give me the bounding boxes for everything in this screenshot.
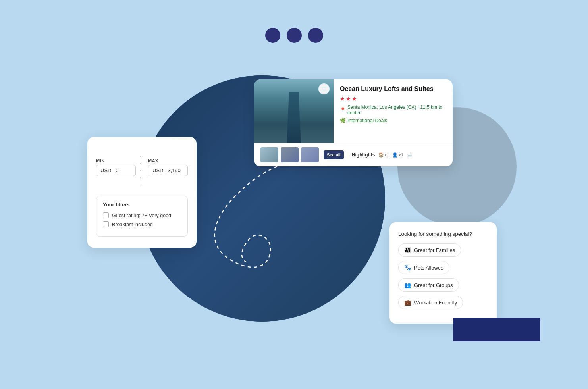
max-label: MAX: [148, 158, 188, 163]
max-price-input[interactable]: USD 3,190: [148, 165, 188, 176]
hotel-card-bottom: See all Highlights 🏠 x1 👤 x1 🛁: [254, 143, 453, 166]
dot-1: [265, 28, 280, 43]
great-for-groups-button[interactable]: 👥 Great for Groups: [398, 278, 459, 292]
price-filter-card: MIN USD 0 · · · · · MAX USD 3,190 Your f…: [87, 137, 197, 248]
workation-friendly-label: Workation Friendly: [414, 300, 457, 306]
location-pin-icon: 📍: [340, 107, 346, 113]
highlights-label: Highlights: [352, 152, 375, 158]
building-icon: 🏠 x1: [378, 152, 389, 158]
families-icon: 👨‍👩‍👧: [404, 247, 411, 253]
star-2: ★: [346, 96, 351, 102]
hotel-location: 📍 Santa Monica, Los Angeles (CA) · 11.5 …: [340, 104, 446, 116]
hotel-name: Ocean Luxury Lofts and Suites: [340, 85, 446, 93]
your-filters-box: Your filters Guest rating: 7+ Very good …: [96, 196, 188, 237]
star-3: ★: [352, 96, 357, 102]
hotel-card-top: ♡ Ocean Luxury Lofts and Suites ★ ★ ★ 📍 …: [254, 79, 453, 143]
thumbnail-3[interactable]: [301, 147, 319, 162]
star-1: ★: [340, 96, 345, 102]
workation-friendly-button[interactable]: 💼 Workation Friendly: [398, 296, 463, 309]
filter-breakfast[interactable]: Breakfast included: [103, 221, 181, 227]
filter-guest-rating[interactable]: Guest rating: 7+ Very good: [103, 212, 181, 218]
pets-allowed-button[interactable]: 🐾 Pets Allowed: [398, 261, 449, 274]
great-for-families-button[interactable]: 👨‍👩‍👧 Great for Families: [398, 243, 461, 257]
workation-icon: 💼: [404, 299, 411, 306]
amenity-extra-icon: 🛁: [407, 152, 412, 158]
favorite-icon[interactable]: ♡: [318, 83, 330, 94]
highlights-section: Highlights 🏠 x1 👤 x1 🛁: [352, 152, 412, 158]
hotel-deal-text: International Deals: [347, 118, 387, 123]
see-all-button[interactable]: See all: [324, 150, 344, 159]
pets-allowed-label: Pets Allowed: [414, 265, 443, 271]
groups-icon: 👥: [404, 282, 411, 288]
special-filters-card: Looking for something special? 👨‍👩‍👧 Gre…: [389, 222, 497, 324]
hotel-stars: ★ ★ ★: [340, 96, 446, 102]
min-label: MIN: [96, 158, 136, 163]
navy-accent-block: [453, 318, 540, 341]
min-price-input[interactable]: USD 0: [96, 165, 136, 176]
hotel-card[interactable]: ♡ Ocean Luxury Lofts and Suites ★ ★ ★ 📍 …: [254, 79, 453, 166]
max-price-col: MAX USD 3,190: [148, 158, 188, 176]
filters-title: Your filters: [103, 202, 181, 208]
price-separator: · · · · ·: [140, 153, 144, 189]
pets-icon: 🐾: [404, 264, 411, 271]
dot-3: [308, 28, 323, 43]
checkbox-breakfast[interactable]: [103, 221, 109, 227]
thumbnail-1[interactable]: [260, 147, 278, 162]
person-icon: 👤 x1: [392, 152, 403, 158]
price-inputs-row: MIN USD 0 · · · · · MAX USD 3,190: [96, 146, 188, 189]
thumbnail-2[interactable]: [281, 147, 299, 162]
checkbox-guest-rating[interactable]: [103, 212, 109, 218]
hotel-location-text: Santa Monica, Los Angeles (CA) · 11.5 km…: [347, 104, 446, 116]
top-dots: [265, 28, 323, 43]
special-title: Looking for something special?: [398, 231, 488, 237]
hotel-main-image: ♡: [254, 79, 334, 143]
min-price-col: MIN USD 0: [96, 158, 136, 176]
dot-2: [287, 28, 302, 43]
great-for-families-label: Great for Families: [414, 247, 455, 253]
great-for-groups-label: Great for Groups: [414, 282, 453, 288]
filter-guest-rating-label: Guest rating: 7+ Very good: [112, 213, 171, 218]
deal-icon: 🌿: [340, 118, 346, 123]
hotel-deal: 🌿 International Deals: [340, 118, 446, 123]
hotel-thumbnails: [260, 147, 319, 162]
filter-breakfast-label: Breakfast included: [112, 222, 153, 227]
hotel-info-panel: Ocean Luxury Lofts and Suites ★ ★ ★ 📍 Sa…: [334, 79, 453, 143]
